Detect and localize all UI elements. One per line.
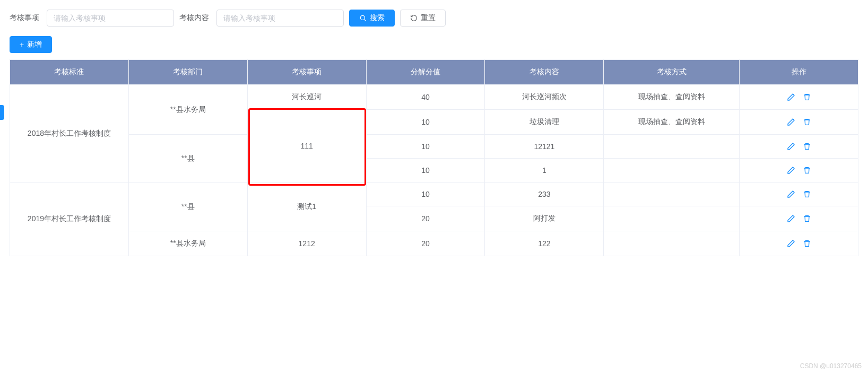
reset-button-label: 重置: [421, 13, 436, 23]
delete-icon[interactable]: [803, 93, 811, 101]
svg-line-1: [364, 20, 366, 21]
add-bar: + 新增: [10, 36, 858, 53]
cell-score: 10: [366, 110, 485, 135]
cell-action: [740, 135, 858, 159]
cell-item: 111: [247, 110, 366, 182]
plus-icon: +: [20, 40, 24, 49]
delete-icon[interactable]: [803, 239, 811, 248]
cell-method: [604, 206, 740, 231]
cell-content: 122: [485, 231, 604, 256]
search-icon: [359, 14, 367, 22]
table-row: 2018年村长工作考核制度 **县水务局 河长巡河 40 河长巡河频次 现场抽查…: [10, 85, 858, 110]
col-header-action: 操作: [740, 60, 858, 85]
cell-content: 阿打发: [485, 206, 604, 231]
cell-score: 10: [366, 182, 485, 206]
table-row: **县 10 12121: [10, 135, 858, 159]
refresh-icon: [410, 14, 418, 22]
delete-icon[interactable]: [803, 166, 811, 175]
cell-score: 10: [366, 159, 485, 182]
cell-content: 12121: [485, 135, 604, 159]
search-button[interactable]: 搜索: [349, 10, 395, 27]
cell-dept: **县水务局: [128, 231, 247, 256]
cell-method: 现场抽查、查阅资料: [604, 110, 740, 135]
reset-button[interactable]: 重置: [400, 10, 446, 27]
table-row: 2019年村长工作考核制度 **县 测试1 10 233: [10, 182, 858, 206]
search-button-label: 搜索: [370, 13, 385, 23]
col-header-standard: 考核标准: [10, 60, 129, 85]
cell-method: [604, 182, 740, 206]
filter-bar: 考核事项 考核内容 搜索 重置: [10, 10, 858, 27]
edit-icon[interactable]: [787, 190, 795, 198]
cell-dept: **县: [128, 182, 247, 231]
cell-content: 1: [485, 159, 604, 182]
cell-item: 1212: [247, 231, 366, 256]
cell-content: 河长巡河频次: [485, 85, 604, 110]
cell-score: 40: [366, 85, 485, 110]
col-header-item: 考核事项: [247, 60, 366, 85]
cell-action: [740, 85, 858, 110]
cell-score: 20: [366, 231, 485, 256]
delete-icon[interactable]: [803, 118, 811, 126]
table-wrap: 考核标准 考核部门 考核事项 分解分值 考核内容 考核方式 操作 2018年村长…: [10, 59, 858, 256]
cell-method: [604, 135, 740, 159]
cell-dept: **县: [128, 135, 247, 182]
col-header-content: 考核内容: [485, 60, 604, 85]
cell-item: 河长巡河: [247, 85, 366, 110]
edit-icon[interactable]: [787, 214, 795, 223]
item-input[interactable]: [47, 10, 174, 27]
col-header-dept: 考核部门: [128, 60, 247, 85]
cell-item: 测试1: [247, 182, 366, 231]
cell-score: 20: [366, 206, 485, 231]
edit-icon[interactable]: [787, 142, 795, 151]
add-button-label: 新增: [27, 40, 42, 49]
side-tab[interactable]: [0, 105, 4, 120]
data-table: 考核标准 考核部门 考核事项 分解分值 考核内容 考核方式 操作 2018年村长…: [10, 59, 858, 256]
cell-dept: **县水务局: [128, 85, 247, 135]
content-input[interactable]: [216, 10, 344, 27]
cell-score: 10: [366, 135, 485, 159]
cell-action: [740, 231, 858, 256]
cell-standard: 2018年村长工作考核制度: [10, 85, 129, 182]
cell-action: [740, 206, 858, 231]
cell-action: [740, 159, 858, 182]
edit-icon[interactable]: [787, 118, 795, 126]
edit-icon[interactable]: [787, 166, 795, 175]
cell-method: [604, 231, 740, 256]
cell-standard: 2019年村长工作考核制度: [10, 182, 129, 256]
filter-label-item: 考核事项: [10, 13, 39, 23]
edit-icon[interactable]: [787, 93, 795, 101]
svg-point-0: [360, 15, 364, 20]
cell-method: [604, 159, 740, 182]
cell-method: 现场抽查、查阅资料: [604, 85, 740, 110]
col-header-method: 考核方式: [604, 60, 740, 85]
edit-icon[interactable]: [787, 239, 795, 248]
cell-content: 233: [485, 182, 604, 206]
delete-icon[interactable]: [803, 142, 811, 151]
delete-icon[interactable]: [803, 214, 811, 223]
cell-action: [740, 182, 858, 206]
table-header-row: 考核标准 考核部门 考核事项 分解分值 考核内容 考核方式 操作: [10, 60, 858, 85]
cell-action: [740, 110, 858, 135]
cell-content: 垃圾清理: [485, 110, 604, 135]
table-row: **县水务局 1212 20 122: [10, 231, 858, 256]
col-header-score: 分解分值: [366, 60, 485, 85]
add-button[interactable]: + 新增: [10, 36, 52, 53]
filter-label-content: 考核内容: [179, 13, 209, 23]
delete-icon[interactable]: [803, 190, 811, 198]
